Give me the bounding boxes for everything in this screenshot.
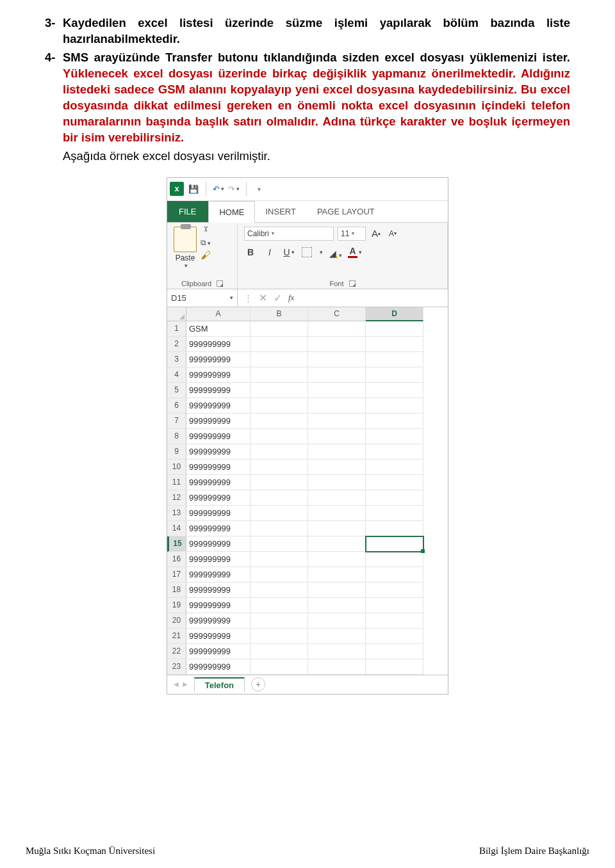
font-size-select[interactable]: 11▾ (338, 227, 366, 241)
add-sheet-icon[interactable]: + (251, 677, 265, 691)
cell[interactable]: 999999999 (186, 429, 250, 444)
cell[interactable] (366, 429, 423, 444)
cell[interactable] (308, 352, 366, 367)
cell[interactable]: 999999999 (186, 337, 250, 352)
cell[interactable] (250, 536, 308, 552)
undo-icon[interactable]: ↶▾ (213, 183, 224, 195)
row-header[interactable]: 20 (167, 613, 186, 629)
cell[interactable]: 999999999 (186, 460, 250, 475)
cell[interactable] (366, 367, 423, 383)
cell[interactable] (366, 444, 423, 460)
cell[interactable] (250, 383, 308, 398)
cell[interactable] (250, 429, 308, 444)
row-header[interactable]: 23 (167, 659, 186, 675)
cell[interactable] (308, 383, 366, 398)
cell[interactable]: 999999999 (186, 398, 250, 414)
name-box[interactable]: D15 ▾ (167, 289, 238, 307)
increase-font-icon[interactable]: A▴ (370, 227, 382, 240)
cell[interactable]: 999999999 (186, 414, 250, 429)
italic-icon[interactable]: I (263, 246, 276, 259)
cell[interactable] (250, 644, 308, 659)
cell[interactable] (250, 490, 308, 506)
cell[interactable] (366, 521, 423, 536)
cell[interactable] (250, 367, 308, 383)
cell[interactable]: 999999999 (186, 567, 250, 583)
cell[interactable]: 999999999 (186, 521, 250, 536)
cell[interactable]: 999999999 (186, 352, 250, 367)
spreadsheet-grid[interactable]: 1234567891011121314151617181920212223 A … (167, 307, 448, 675)
chevron-down-icon[interactable]: ▾ (230, 294, 233, 301)
row-header[interactable]: 17 (167, 567, 186, 583)
row-header[interactable]: 15 (167, 536, 186, 552)
row-header[interactable]: 8 (167, 429, 186, 444)
dialog-launcher-icon[interactable] (217, 280, 223, 287)
cell[interactable] (250, 659, 308, 675)
cell[interactable] (308, 629, 366, 644)
cell[interactable]: 999999999 (186, 506, 250, 521)
cancel-icon[interactable]: ✕ (259, 292, 267, 304)
cell[interactable] (366, 321, 423, 337)
cell[interactable] (250, 398, 308, 414)
row-header[interactable]: 11 (167, 475, 186, 490)
cell[interactable] (366, 613, 423, 629)
cell[interactable] (250, 521, 308, 536)
cell[interactable] (250, 352, 308, 367)
row-header[interactable]: 6 (167, 398, 186, 414)
cell[interactable] (250, 475, 308, 490)
cell[interactable] (366, 598, 423, 613)
cell[interactable] (366, 659, 423, 675)
dialog-launcher-icon[interactable] (349, 280, 356, 287)
cell[interactable] (366, 460, 423, 475)
cell[interactable]: 999999999 (186, 444, 250, 460)
row-header[interactable]: 10 (167, 460, 186, 475)
font-color-icon[interactable]: A▾ (348, 246, 361, 259)
cell[interactable]: 999999999 (186, 659, 250, 675)
cell[interactable]: 999999999 (186, 583, 250, 598)
cell[interactable] (250, 598, 308, 613)
cell[interactable] (366, 644, 423, 659)
paste-button[interactable]: Paste ▾ (174, 227, 197, 269)
cell[interactable]: GSM (186, 321, 250, 337)
fill-color-icon[interactable]: ◢▾ (329, 246, 342, 259)
cell[interactable] (366, 506, 423, 521)
cell[interactable] (250, 613, 308, 629)
row-header[interactable]: 19 (167, 598, 186, 613)
cell[interactable] (366, 567, 423, 583)
row-header[interactable]: 18 (167, 583, 186, 598)
tab-insert[interactable]: INSERT (255, 201, 306, 222)
row-header[interactable]: 3 (167, 352, 186, 367)
save-icon[interactable]: 💾 (188, 183, 199, 195)
cell[interactable]: 999999999 (186, 367, 250, 383)
row-header[interactable]: 7 (167, 414, 186, 429)
cell[interactable] (308, 414, 366, 429)
nav-prev-icon[interactable]: ◄ (172, 680, 180, 689)
cell[interactable] (366, 490, 423, 506)
cell[interactable]: 999999999 (186, 383, 250, 398)
cell[interactable] (366, 337, 423, 352)
cell[interactable] (366, 536, 423, 552)
cell[interactable] (250, 337, 308, 352)
tab-page-layout[interactable]: PAGE LAYOUT (307, 201, 386, 222)
cell[interactable] (250, 414, 308, 429)
row-header[interactable]: 14 (167, 521, 186, 536)
cell[interactable] (308, 644, 366, 659)
row-header[interactable]: 21 (167, 629, 186, 644)
cell[interactable] (308, 613, 366, 629)
cell[interactable] (366, 475, 423, 490)
cell[interactable] (250, 552, 308, 567)
row-header[interactable]: 2 (167, 337, 186, 352)
cell[interactable] (308, 444, 366, 460)
cell[interactable] (308, 475, 366, 490)
cell[interactable] (308, 521, 366, 536)
row-header[interactable]: 22 (167, 644, 186, 659)
enter-icon[interactable]: ✓ (274, 292, 282, 304)
cell[interactable]: 999999999 (186, 613, 250, 629)
cell[interactable] (308, 567, 366, 583)
cell[interactable] (366, 352, 423, 367)
row-header[interactable]: 1 (167, 321, 186, 337)
cell[interactable] (366, 629, 423, 644)
format-painter-icon[interactable]: 🖌 (201, 250, 211, 261)
font-name-select[interactable]: Calibri▾ (244, 227, 334, 241)
cell[interactable] (250, 444, 308, 460)
cell[interactable] (366, 383, 423, 398)
